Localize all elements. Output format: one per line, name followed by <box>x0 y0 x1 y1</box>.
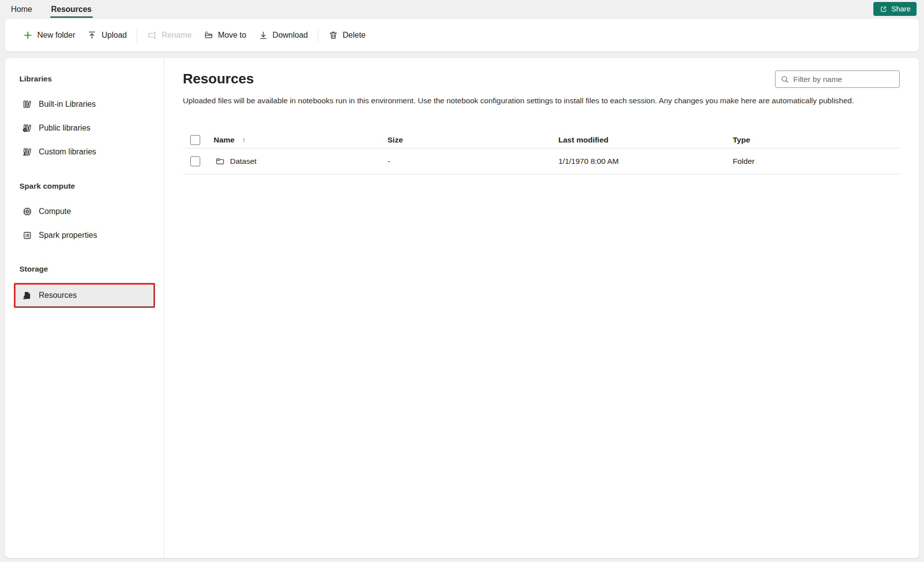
move-to-button[interactable]: Move to <box>198 25 252 45</box>
column-header-type[interactable]: Type <box>733 136 750 144</box>
select-all-checkbox[interactable] <box>190 135 200 145</box>
sidebar-item-compute[interactable]: Compute <box>14 200 155 223</box>
upload-label: Upload <box>101 31 127 40</box>
delete-button[interactable]: Delete <box>322 25 372 45</box>
table-row[interactable]: Dataset - 1/1/1970 8:00 AM Folder <box>183 148 900 174</box>
row-last-modified-cell: 1/1/1970 8:00 AM <box>558 157 619 166</box>
row-size-cell: - <box>387 157 390 166</box>
public-library-icon <box>22 123 32 133</box>
toolbar-divider <box>137 29 137 42</box>
download-icon <box>258 30 268 40</box>
sidebar-item-label: Built-in Libraries <box>39 100 96 109</box>
row-name-cell[interactable]: Dataset <box>215 156 256 166</box>
sidebar-item-label: Spark properties <box>39 231 97 240</box>
section-title-libraries: Libraries <box>19 74 164 84</box>
sidebar-item-public-libraries[interactable]: Public libraries <box>14 116 155 140</box>
filter-input[interactable] <box>793 75 894 84</box>
table-header-row: Name ↑ Size Last modified Type <box>183 132 900 148</box>
move-to-label: Move to <box>218 31 246 40</box>
page-title: Resources <box>183 71 254 87</box>
sort-ascending-icon: ↑ <box>242 136 245 144</box>
sidebar-item-label: Public libraries <box>39 124 90 133</box>
sidebar-item-resources[interactable]: Resources <box>14 283 155 308</box>
new-folder-button[interactable]: New folder <box>17 25 81 45</box>
new-folder-label: New folder <box>37 31 75 40</box>
resources-file-icon <box>22 290 32 300</box>
page-description: Uploaded files will be available in note… <box>183 95 871 106</box>
custom-library-icon <box>22 147 32 157</box>
properties-list-icon <box>22 230 32 240</box>
sidebar-item-spark-properties[interactable]: Spark properties <box>14 223 155 247</box>
rename-label: Rename <box>161 31 191 40</box>
share-label: Share <box>891 5 911 13</box>
trash-icon <box>328 30 338 40</box>
upload-button[interactable]: Upload <box>81 25 133 45</box>
column-header-size[interactable]: Size <box>387 136 403 144</box>
plus-icon <box>23 30 33 40</box>
share-icon <box>879 5 888 13</box>
rename-button: Rename <box>141 25 197 45</box>
tab-resources[interactable]: Resources <box>50 0 93 18</box>
row-type-cell: Folder <box>733 157 755 166</box>
row-name-label: Dataset <box>230 157 256 166</box>
column-header-name[interactable]: Name ↑ <box>214 136 245 144</box>
delete-label: Delete <box>343 31 366 40</box>
sidebar-item-custom-libraries[interactable]: Custom libraries <box>14 140 155 164</box>
compute-chip-icon <box>22 207 32 216</box>
search-icon <box>780 75 789 84</box>
sidebar-item-label: Compute <box>39 207 71 216</box>
sidebar-item-label: Custom libraries <box>39 147 96 156</box>
section-title-storage: Storage <box>19 265 164 275</box>
download-label: Download <box>273 31 308 40</box>
move-to-folder-icon <box>204 30 214 40</box>
upload-icon <box>87 30 97 40</box>
top-tab-bar: Home Resources <box>0 0 924 18</box>
column-header-last-modified[interactable]: Last modified <box>558 136 609 144</box>
sidebar: Libraries Built-in Libraries <box>5 58 164 558</box>
folder-icon <box>215 156 225 166</box>
resources-table: Name ↑ Size Last modified Type Datas <box>183 132 900 174</box>
share-button[interactable]: Share <box>873 2 917 16</box>
row-checkbox[interactable] <box>190 156 200 166</box>
sidebar-item-label: Resources <box>39 291 77 300</box>
section-title-spark-compute: Spark compute <box>19 182 164 192</box>
download-button[interactable]: Download <box>252 25 314 45</box>
tab-home[interactable]: Home <box>10 0 33 18</box>
main-content: Resources Uploaded files will be availab… <box>164 58 919 558</box>
rename-icon <box>147 30 157 40</box>
toolbar: New folder Upload Rename Move to <box>5 19 919 52</box>
sidebar-item-built-in-libraries[interactable]: Built-in Libraries <box>14 92 155 116</box>
content-panel: Libraries Built-in Libraries <box>5 58 919 558</box>
filter-input-container <box>775 70 900 88</box>
library-icon <box>22 99 32 109</box>
toolbar-divider <box>318 29 318 42</box>
